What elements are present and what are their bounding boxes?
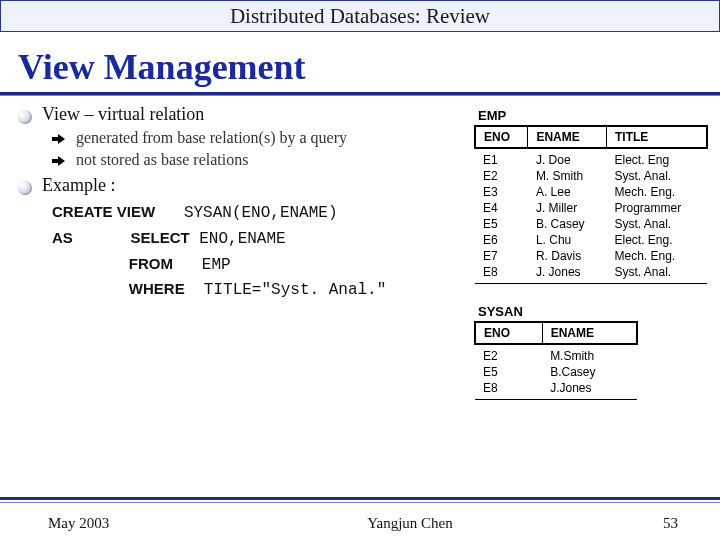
table-col-header: ENAME [528,126,607,148]
table-row: E5B.Casey [475,364,637,380]
table-cell: E2 [475,168,528,184]
table-row: E7R. DavisMech. Eng. [475,248,707,264]
sysan-header-row: ENOENAME [475,322,637,344]
table-cell: Elect. Eng [606,148,707,168]
arrow-icon [52,134,66,144]
sub-bullet-2-text: not stored as base relations [76,151,248,169]
sub-bullet-1: generated from base relation(s) by a que… [18,129,468,147]
table-cell: E7 [475,248,528,264]
kw-create: CREATE VIEW [52,203,155,220]
footer: May 2003 Yangjun Chen 53 [0,506,720,540]
table-cell: M.Smith [542,344,637,364]
table-cell: Syst. Anal. [606,264,707,284]
table-cell: E3 [475,184,528,200]
sysan-caption: SYSAN [478,304,708,319]
table-row: E3A. LeeMech. Eng. [475,184,707,200]
table-cell: R. Davis [528,248,607,264]
table-cell: L. Chu [528,232,607,248]
table-row: E4J. MillerProgrammer [475,200,707,216]
title-bar-text: Distributed Databases: Review [230,4,490,29]
example-label-text: Example : [42,175,115,196]
table-cell: E6 [475,232,528,248]
bullet-icon [18,110,32,124]
sub-bullet-2: not stored as base relations [18,151,468,169]
table-cell: E1 [475,148,528,168]
sysan-table: ENOENAME E2M.SmithE5B.CaseyE8J.Jones [474,321,638,400]
table-cell: B.Casey [542,364,637,380]
sql-where-arg: TITLE="Syst. Anal." [204,281,386,299]
table-row: E8J.Jones [475,380,637,400]
table-row: E2M. SmithSyst. Anal. [475,168,707,184]
sql-create-arg: SYSAN(ENO,ENAME) [184,204,338,222]
footer-rule [0,497,720,500]
kw-select: SELECT [130,229,189,246]
table-row: E8J. JonesSyst. Anal. [475,264,707,284]
main-bullet-text: View – virtual relation [42,104,204,125]
arrow-icon [52,156,66,166]
footer-date: May 2003 [0,515,190,532]
table-cell: A. Lee [528,184,607,200]
sql-from-arg: EMP [202,256,231,274]
heading: View Management [0,32,720,92]
table-cell: E8 [475,380,542,400]
table-cell: E4 [475,200,528,216]
right-column: EMP ENOENAMETITLE E1J. DoeElect. EngE2M.… [468,104,708,400]
kw-as: AS [52,229,73,246]
emp-header-row: ENOENAMETITLE [475,126,707,148]
footer-rule-light [0,502,720,503]
table-col-header: ENAME [542,322,637,344]
main-bullet: View – virtual relation [18,104,468,125]
sub-bullet-1-text: generated from base relation(s) by a que… [76,129,347,147]
table-cell: M. Smith [528,168,607,184]
table-cell: Elect. Eng. [606,232,707,248]
table-cell: Mech. Eng. [606,248,707,264]
footer-page: 53 [630,515,720,532]
table-cell: Syst. Anal. [606,216,707,232]
emp-table: ENOENAMETITLE E1J. DoeElect. EngE2M. Smi… [474,125,708,284]
table-col-header: ENO [475,126,528,148]
footer-author: Yangjun Chen [190,515,630,532]
example-label-row: Example : [18,175,468,196]
bullet-icon [18,181,32,195]
table-cell: J. Miller [528,200,607,216]
table-cell: Programmer [606,200,707,216]
kw-from: FROM [129,255,173,272]
table-cell: Syst. Anal. [606,168,707,184]
sql-select-arg: ENO,ENAME [199,230,285,248]
table-cell: J.Jones [542,380,637,400]
table-row: E5B. CaseySyst. Anal. [475,216,707,232]
table-cell: E5 [475,364,542,380]
table-row: E2M.Smith [475,344,637,364]
table-col-header: ENO [475,322,542,344]
table-cell: E8 [475,264,528,284]
left-column: View – virtual relation generated from b… [18,104,468,400]
table-cell: B. Casey [528,216,607,232]
table-col-header: TITLE [606,126,707,148]
kw-where: WHERE [129,280,185,297]
title-bar: Distributed Databases: Review [0,0,720,32]
table-cell: E2 [475,344,542,364]
table-cell: Mech. Eng. [606,184,707,200]
content-area: View – virtual relation generated from b… [0,96,720,400]
emp-caption: EMP [478,108,708,123]
sql-block: CREATE VIEW SYSAN(ENO,ENAME) AS SELECT E… [18,200,468,303]
table-row: E6L. ChuElect. Eng. [475,232,707,248]
table-cell: J. Doe [528,148,607,168]
table-row: E1J. DoeElect. Eng [475,148,707,168]
table-cell: J. Jones [528,264,607,284]
table-cell: E5 [475,216,528,232]
